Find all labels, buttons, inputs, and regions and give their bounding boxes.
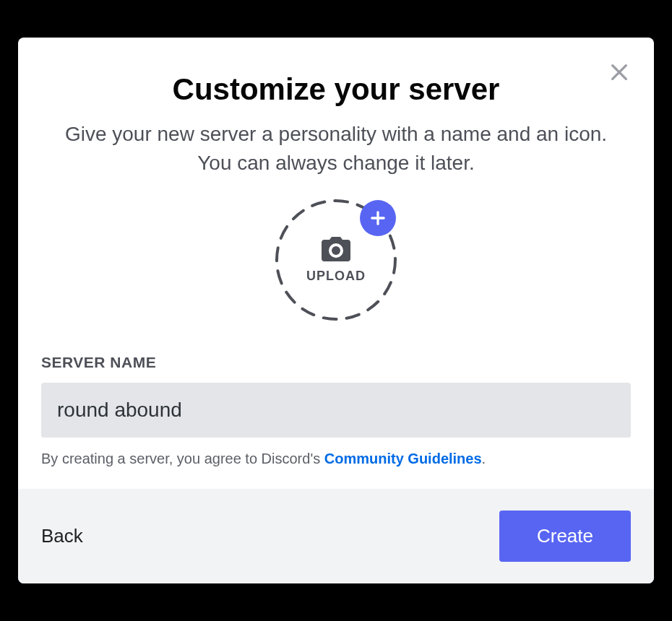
back-button[interactable]: Back bbox=[41, 525, 83, 547]
upload-area: UPLOAD bbox=[41, 199, 631, 321]
plus-icon bbox=[368, 208, 388, 228]
community-guidelines-link[interactable]: Community Guidelines bbox=[324, 451, 482, 466]
modal-body: Customize your server Give your new serv… bbox=[18, 38, 654, 488]
consent-text: By creating a server, you agree to Disco… bbox=[41, 451, 631, 467]
camera-icon bbox=[319, 235, 353, 264]
create-button[interactable]: Create bbox=[499, 511, 631, 562]
consent-prefix: By creating a server, you agree to Disco… bbox=[41, 451, 324, 466]
modal-title: Customize your server bbox=[41, 72, 631, 107]
server-name-label: SERVER NAME bbox=[41, 354, 631, 371]
modal-subtitle: Give your new server a personality with … bbox=[54, 120, 618, 176]
upload-label: UPLOAD bbox=[306, 269, 366, 284]
close-button[interactable] bbox=[605, 58, 634, 87]
server-name-input[interactable] bbox=[41, 383, 631, 438]
upload-button[interactable]: UPLOAD bbox=[275, 199, 397, 321]
plus-badge bbox=[360, 200, 396, 236]
close-icon bbox=[608, 61, 631, 84]
customize-server-modal: Customize your server Give your new serv… bbox=[18, 38, 654, 583]
consent-suffix: . bbox=[482, 451, 486, 466]
modal-footer: Back Create bbox=[18, 489, 654, 583]
